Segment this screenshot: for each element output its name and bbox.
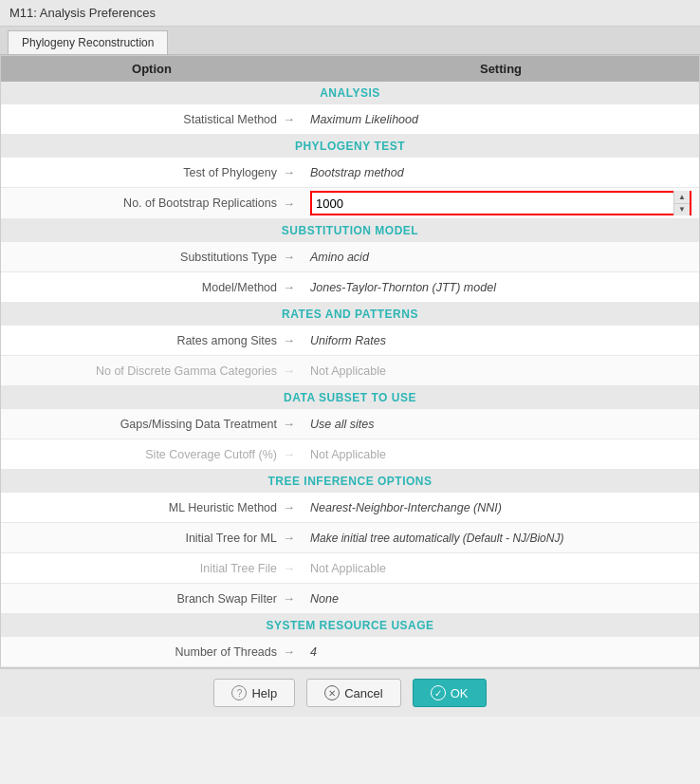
section-substitution-model: SUBSTITUTION MODEL — [1, 219, 699, 242]
table-row: No. of Bootstrap Replications → ▲ ▼ — [1, 188, 699, 219]
tab-bar: Phylogeny Reconstruction — [0, 27, 700, 55]
option-label: Gaps/Missing Data Treatment — [120, 418, 277, 431]
arrow-icon: → — [283, 531, 295, 545]
section-analysis: ANALYSIS — [1, 82, 699, 104]
table-row: Model/Method → Jones-Taylor-Thornton (JT… — [1, 272, 699, 303]
arrow-icon: → — [283, 280, 295, 294]
spinner-down-button[interactable]: ▼ — [674, 204, 690, 216]
option-label: Initial Tree File — [200, 562, 277, 575]
option-cell: Initial Tree File → — [1, 561, 303, 575]
option-cell: No. of Bootstrap Replications → — [1, 196, 303, 211]
spinner-buttons: ▲ ▼ — [673, 191, 690, 215]
section-phylogeny-test: PHYLOGENY TEST — [1, 135, 699, 158]
section-tree-inference: TREE INFERENCE OPTIONS — [1, 470, 699, 493]
setting-cell: Maximum Likelihood — [303, 109, 699, 130]
option-label: Model/Method — [202, 281, 277, 294]
section-system-resource: SYSTEM RESOURCE USAGE — [1, 614, 699, 637]
table-row: Site Coverage Cutoff (%) → Not Applicabl… — [1, 439, 699, 470]
bootstrap-replications-input[interactable] — [312, 195, 673, 213]
cancel-label: Cancel — [344, 686, 382, 700]
cancel-button[interactable]: ✕ Cancel — [306, 679, 400, 707]
option-label: Initial Tree for ML — [185, 532, 277, 545]
setting-cell: Bootstrap method — [303, 162, 699, 183]
option-cell: Branch Swap Filter → — [1, 591, 303, 606]
table-row: Number of Threads → 4 — [1, 637, 699, 667]
setting-cell: Use all sites — [303, 414, 699, 435]
setting-cell: Nearest-Neighbor-Interchange (NNI) — [303, 497, 699, 518]
table-row: Initial Tree for ML → Make initial tree … — [1, 523, 699, 553]
setting-cell: Jones-Taylor-Thornton (JTT) model — [303, 277, 699, 298]
table-row: Statistical Method → Maximum Likelihood — [1, 104, 699, 135]
setting-cell: Make initial tree automatically (Default… — [303, 528, 699, 549]
option-cell: ML Heuristic Method → — [1, 500, 303, 514]
table-row: Branch Swap Filter → None — [1, 584, 699, 614]
arrow-icon: → — [283, 417, 295, 431]
option-label: No. of Bootstrap Replications — [123, 196, 277, 210]
table-header: Option Setting — [1, 56, 699, 82]
tab-phylogeny-reconstruction[interactable]: Phylogeny Reconstruction — [8, 30, 168, 54]
option-cell: Number of Threads → — [1, 644, 303, 659]
option-cell: Gaps/Missing Data Treatment → — [1, 417, 303, 431]
main-content: Option Setting ANALYSIS Statistical Meth… — [0, 55, 700, 668]
help-icon: ? — [231, 685, 247, 700]
table-row: Initial Tree File → Not Applicable — [1, 553, 699, 584]
option-cell: Initial Tree for ML → — [1, 531, 303, 545]
option-label: Branch Swap Filter — [176, 592, 277, 606]
option-cell: Rates among Sites → — [1, 333, 303, 347]
setting-header: Setting — [303, 62, 699, 76]
help-label: Help — [251, 686, 277, 700]
arrow-icon: → — [283, 500, 295, 514]
footer: ? Help ✕ Cancel ✓ OK — [0, 668, 700, 717]
setting-cell: None — [303, 588, 699, 609]
table-row: Rates among Sites → Uniform Rates — [1, 326, 699, 356]
option-label: Substitutions Type — [180, 251, 277, 264]
table-row: Substitutions Type → Amino acid — [1, 242, 699, 272]
arrow-icon: → — [283, 250, 295, 264]
option-header: Option — [1, 62, 303, 76]
arrow-icon: → — [283, 333, 295, 347]
setting-cell: Not Applicable — [303, 558, 699, 579]
arrow-icon: → — [283, 112, 295, 126]
setting-cell: Not Applicable — [303, 444, 699, 465]
help-button[interactable]: ? Help — [213, 679, 295, 707]
option-label: No of Discrete Gamma Categories — [96, 364, 277, 378]
option-cell: No of Discrete Gamma Categories → — [1, 364, 303, 378]
ok-button[interactable]: ✓ OK — [413, 679, 487, 707]
ok-icon: ✓ — [431, 685, 446, 700]
title-bar: M11: Analysis Preferences — [0, 0, 700, 27]
section-data-subset: DATA SUBSET TO USE — [1, 386, 699, 409]
arrow-icon: → — [283, 364, 295, 378]
setting-cell: Uniform Rates — [303, 330, 699, 351]
option-cell: Test of Phylogeny → — [1, 165, 303, 179]
ok-label: OK — [451, 686, 469, 700]
arrow-icon: → — [283, 196, 295, 211]
option-label: Number of Threads — [175, 645, 277, 659]
cancel-icon: ✕ — [324, 685, 340, 700]
option-label: Statistical Method — [183, 113, 277, 126]
table-row: No of Discrete Gamma Categories → Not Ap… — [1, 356, 699, 386]
option-cell: Statistical Method → — [1, 112, 303, 126]
arrow-icon: → — [283, 561, 295, 575]
option-label: Rates among Sites — [176, 334, 277, 347]
setting-cell: Not Applicable — [303, 361, 699, 382]
arrow-icon: → — [283, 644, 295, 659]
window-title: M11: Analysis Preferences — [9, 6, 156, 20]
table-row: Gaps/Missing Data Treatment → Use all si… — [1, 409, 699, 439]
arrow-icon: → — [283, 447, 295, 461]
arrow-icon: → — [283, 591, 295, 606]
spinner-up-button[interactable]: ▲ — [674, 191, 690, 204]
option-cell: Site Coverage Cutoff (%) → — [1, 447, 303, 461]
table-row: Test of Phylogeny → Bootstrap method — [1, 158, 699, 188]
bootstrap-input-wrapper: ▲ ▼ — [310, 191, 691, 215]
setting-cell: 4 — [303, 642, 699, 663]
arrow-icon: → — [283, 165, 295, 179]
table-row: ML Heuristic Method → Nearest-Neighbor-I… — [1, 493, 699, 523]
setting-cell: Amino acid — [303, 247, 699, 268]
option-label: ML Heuristic Method — [169, 501, 277, 514]
option-cell: Substitutions Type → — [1, 250, 303, 264]
option-cell: Model/Method → — [1, 280, 303, 294]
section-rates-patterns: RATES AND PATTERNS — [1, 303, 699, 326]
option-label: Test of Phylogeny — [183, 166, 277, 179]
option-label: Site Coverage Cutoff (%) — [145, 448, 277, 461]
